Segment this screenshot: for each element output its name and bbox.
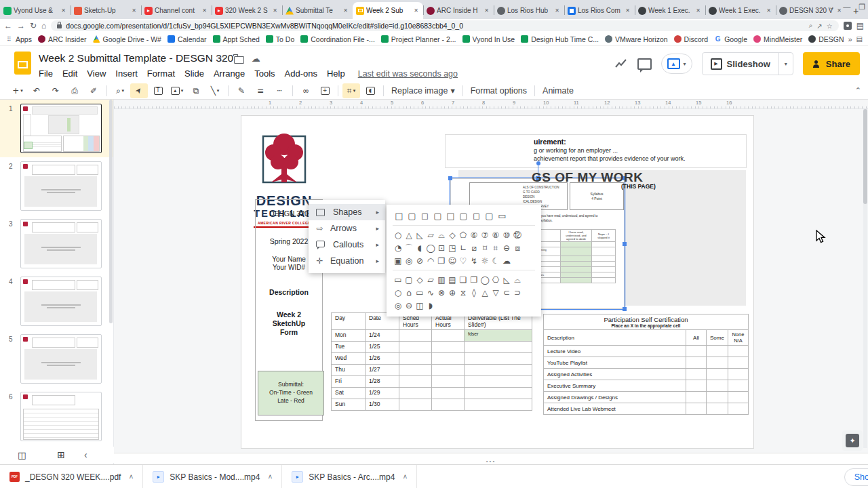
shape-option[interactable]: ☁ (501, 257, 512, 265)
crop-button[interactable]: ⌗▾ (342, 83, 360, 98)
shape-option[interactable]: ❐ (436, 257, 447, 265)
zoom-page-icon[interactable]: ⌕ (809, 22, 813, 30)
shape-option[interactable]: ▽ (490, 289, 501, 297)
tab-close-icon[interactable]: ✕ (201, 7, 208, 14)
download-item[interactable]: ▸ SKP Basics - Mod....mp4 ˄ (143, 465, 282, 488)
day-table-cell[interactable]: Wed (332, 353, 366, 365)
shape-option[interactable]: ⌗ (490, 244, 501, 252)
tab-close-icon[interactable]: ✕ (130, 7, 138, 14)
day-table-cell[interactable] (399, 365, 432, 376)
day-table-row[interactable]: Mon1/24fdser (332, 330, 532, 342)
tab-search-icon[interactable]: ⌄ (829, 3, 835, 12)
menu-tools[interactable]: Tools (250, 67, 279, 80)
shape-option[interactable]: ◎ (393, 302, 403, 310)
menu-slide[interactable]: Slide (180, 67, 209, 80)
day-table-row[interactable]: Sun1/30 (332, 399, 532, 411)
day-table-cell[interactable] (465, 399, 532, 411)
tab-close-icon[interactable]: ✕ (765, 7, 772, 14)
reading-list-icon[interactable]: ▤ (856, 22, 864, 30)
shape-option[interactable]: △ (403, 231, 414, 239)
day-table-cell[interactable]: Sat (332, 388, 366, 399)
share-button[interactable]: Share (803, 52, 860, 75)
tab-close-icon[interactable]: ✕ (694, 7, 702, 14)
bookmark-design-hub-time-c-[interactable]: Design Hub Time C... (521, 35, 599, 43)
shape-option[interactable]: ⎔ (490, 276, 501, 284)
shape-option[interactable]: ❏ (458, 276, 469, 284)
menu-insert[interactable]: Insert (111, 67, 142, 80)
none-cell[interactable] (728, 392, 748, 403)
shape-option[interactable]: △ (479, 289, 490, 297)
day-table-cell[interactable]: 1/30 (366, 399, 399, 411)
shape-option[interactable]: ⊖ (403, 302, 414, 310)
shape-option[interactable]: ∿ (425, 289, 436, 297)
day-table-cell[interactable]: 1/26 (366, 353, 399, 365)
browser-tab[interactable]: Sketch-Up ✕ (71, 2, 141, 19)
some-cell[interactable] (707, 392, 728, 403)
none-cell[interactable] (728, 369, 748, 380)
weekly-hours-table[interactable]: DayDateSched HoursActual HoursDeliverabl… (331, 312, 532, 411)
day-table-cell[interactable]: 1/25 (366, 342, 399, 353)
shape-option[interactable]: ⑧ (490, 231, 501, 239)
mask-image-button[interactable]: ◖ (361, 83, 379, 98)
text-box-button[interactable]: T (149, 83, 167, 98)
shape-option[interactable]: ⊗ (436, 289, 447, 297)
browser-tab[interactable]: Week 1 Exec. ✕ (635, 2, 705, 19)
shape-option[interactable]: ◯ (425, 244, 436, 252)
shape-option[interactable]: ▢ (403, 276, 414, 284)
day-table-cell[interactable]: 1/29 (366, 388, 399, 399)
canvas-scrollbar-thumb[interactable] (863, 109, 867, 204)
day-table-cell[interactable] (432, 365, 465, 376)
border-dash-button[interactable]: ┄ (271, 83, 288, 98)
day-table-cell[interactable] (399, 342, 432, 353)
download-expand-icon[interactable]: ˄ (268, 473, 272, 481)
some-cell[interactable] (707, 380, 728, 392)
window-minimize-icon[interactable]: — (843, 3, 850, 12)
menu-file[interactable]: File (34, 67, 58, 80)
day-table-cell[interactable] (399, 330, 432, 342)
menu-edit[interactable]: Edit (58, 67, 82, 80)
shape-option[interactable]: ⌑ (479, 244, 490, 252)
download-expand-icon[interactable]: ˄ (129, 473, 133, 481)
slide-thumbnail-1[interactable]: 1 (0, 100, 113, 157)
day-table-row[interactable]: Thu1/27 (332, 365, 532, 376)
day-table-cell[interactable]: Thu (332, 365, 366, 376)
day-table-cell[interactable] (432, 388, 465, 399)
shape-option[interactable]: ▱ (425, 276, 436, 284)
shape-option[interactable]: ♡ (458, 257, 469, 265)
shape-option[interactable]: ☾ (490, 257, 501, 265)
day-table-cell[interactable]: 1/28 (366, 376, 399, 388)
forward-icon[interactable]: → (17, 22, 25, 30)
menu-item-arrows[interactable]: ⇨ Arrows ▸ (309, 220, 385, 237)
shape-option[interactable]: ◖ (414, 244, 425, 252)
all-cell[interactable] (686, 346, 707, 357)
participation-row[interactable]: Attended Live Lab Webmeet (544, 403, 749, 415)
slides-app-icon[interactable] (14, 52, 31, 75)
shape-option[interactable]: ⊖ (501, 244, 512, 252)
day-table-cell[interactable] (465, 365, 532, 376)
comment-history-icon[interactable] (637, 58, 652, 70)
bookmark-coordination-file-[interactable]: Coordination File -... (300, 35, 375, 43)
bookmark-appt-sched[interactable]: Appt Sched (213, 35, 260, 43)
some-cell[interactable] (707, 357, 728, 369)
bookmark-arc-insider[interactable]: ARC Insider (38, 35, 87, 43)
bookmark-vyond-in-use[interactable]: Vyond In Use (462, 35, 515, 43)
shape-option[interactable]: ◳ (447, 244, 458, 252)
day-table-cell[interactable] (465, 342, 532, 353)
browser-tab[interactable]: Week 1 Exec. ✕ (705, 2, 776, 19)
none-cell[interactable] (728, 346, 748, 357)
shape-option[interactable]: ⌓ (512, 276, 523, 284)
bookmark-to-do[interactable]: To Do (266, 35, 294, 43)
menu-item-callouts[interactable]: Callouts ▸ (309, 237, 385, 253)
day-table-row[interactable]: Tue1/25 (332, 342, 532, 353)
bookmark-vmware-horizon[interactable]: VMware Horizon (605, 35, 668, 43)
shape-option[interactable]: ↯ (469, 257, 479, 265)
browser-tab[interactable]: Los Rios Hub ✕ (494, 2, 564, 19)
participation-row[interactable]: YouTube Playlist (544, 357, 749, 369)
browser-tab[interactable]: Vyond Use & ✕ (0, 2, 71, 19)
shape-option[interactable]: ☺ (447, 257, 458, 265)
shape-option[interactable]: ⊘ (414, 257, 425, 265)
menu-arrange[interactable]: Arrange (209, 67, 250, 80)
bookmark-apps[interactable]: ⠿ Apps (5, 35, 32, 43)
shape-option[interactable]: ○ (393, 289, 403, 297)
reload-icon[interactable]: ↻ (30, 22, 37, 30)
